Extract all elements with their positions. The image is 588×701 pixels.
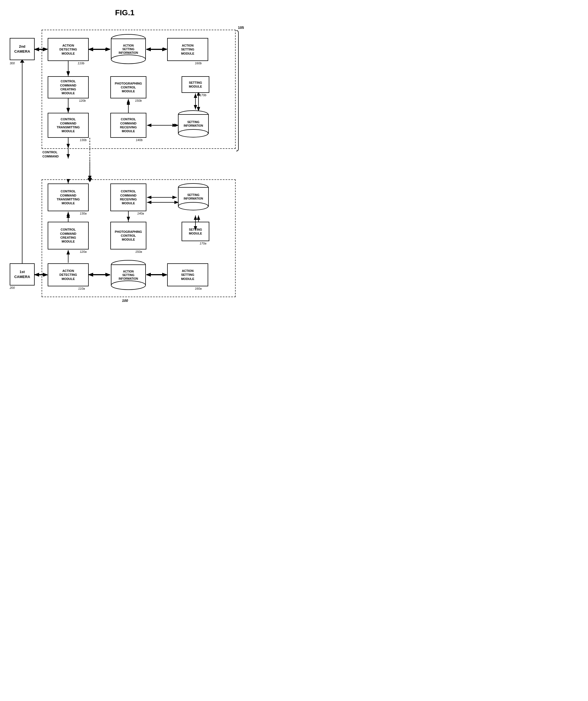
ref-140a: 140a [137,212,144,215]
ref-120a: 120a [80,250,86,253]
ref-120b: 120b [79,99,86,102]
camera1-box: 1st CAMERA [10,263,35,285]
ref-160b: 160b [195,61,202,65]
action-setting-info-b-label: ACTION SETTING INFORMATION [117,42,140,56]
svg-point-33 [178,130,208,137]
photographing-b: PHOTOGRAPHING CONTROL MODULE [110,76,146,98]
control-command-line [84,138,99,182]
control-receive-a: CONTROL COMMAND RECEIVING MODULE [110,184,146,211]
svg-point-45 [111,281,146,290]
setting-info-b: SETTING INFORMATION [177,110,209,138]
figure-title: FIG.1 [6,8,244,17]
ref-200: 200 [10,286,15,289]
photographing-a: PHOTOGRAPHING CONTROL MODULE [110,222,146,249]
setting-module-a: SETTING MODULE [182,222,209,241]
action-setting-info-a-label: ACTION SETTING INFORMATION [117,268,140,282]
control-transmit-b: CONTROL COMMAND TRANSMITTING MODULE [48,113,89,138]
ref-100: 100 [122,298,128,303]
setting-info-a: SETTING INFORMATION [177,183,209,211]
svg-marker-37 [87,179,92,182]
control-creating-b: CONTROL COMMAND CREATING MODULE [48,76,89,98]
diagram-container: 105 2nd CAMERA 300 ACTION DETECTING MODU… [6,23,244,305]
ref-110a: 110a [78,287,85,290]
ref-110b: 110b [77,61,84,65]
ref-300: 300 [10,61,15,65]
control-receive-b: CONTROL COMMAND RECEIVING MODULE [110,113,146,138]
action-setting-info-b: ACTION SETTING INFORMATION [110,34,146,64]
action-detect-b: ACTION DETECTING MODULE [48,38,89,61]
camera2-box: 2nd CAMERA [10,38,35,60]
ref-105: 105 [238,25,244,30]
control-transmit-a: CONTROL COMMAND TRANSMITTING MODULE [48,184,89,211]
action-setting-b: ACTION SETTING MODULE [167,38,208,61]
ref-150a: 150a [135,250,142,253]
ref-140b: 140b [136,138,143,142]
svg-point-28 [111,55,146,64]
setting-info-a-label: SETTING INFORMATION [182,192,205,202]
setting-info-b-label: SETTING INFORMATION [182,119,205,129]
ref-130a: 130a [80,212,86,215]
action-setting-info-a: ACTION SETTING INFORMATION [110,260,146,290]
ref-170a: 170a [200,242,206,245]
svg-point-40 [178,202,208,210]
ref-160a: 160a [195,287,202,290]
ref-170b: 170b [200,93,206,97]
ref-150b: 150b [135,99,142,102]
action-setting-a: ACTION SETTING MODULE [167,263,208,286]
control-creating-a: CONTROL COMMAND CREATING MODULE [48,222,89,249]
action-detect-a: ACTION DETECTING MODULE [48,263,89,286]
control-command-label: CONTROL COMMAND [42,150,59,159]
setting-module-b: SETTING MODULE [182,76,209,93]
